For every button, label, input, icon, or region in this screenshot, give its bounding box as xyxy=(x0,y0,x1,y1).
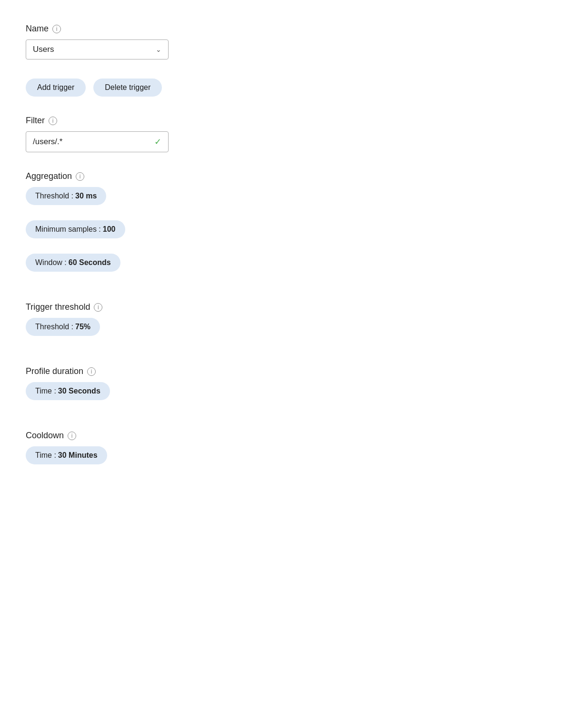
profile-duration-label: Profile duration xyxy=(26,366,83,376)
trigger-threshold-section: Trigger threshold i Threshold : 75% xyxy=(26,302,544,347)
cooldown-badge: Time : 30 Minutes xyxy=(26,446,107,464)
trigger-threshold-prefix: Threshold : xyxy=(35,323,73,331)
cooldown-section: Cooldown i Time : 30 Minutes xyxy=(26,431,544,476)
trigger-buttons-row: Add trigger Delete trigger xyxy=(26,79,544,97)
filter-info-icon[interactable]: i xyxy=(49,117,57,125)
filter-label: Filter xyxy=(26,116,45,126)
delete-trigger-button[interactable]: Delete trigger xyxy=(93,79,162,97)
profile-duration-label-row: Profile duration i xyxy=(26,366,544,376)
trigger-threshold-label-row: Trigger threshold i xyxy=(26,302,544,312)
add-trigger-button[interactable]: Add trigger xyxy=(26,79,86,97)
cooldown-info-icon[interactable]: i xyxy=(68,432,76,440)
filter-input[interactable] xyxy=(33,137,150,147)
aggregation-min-samples-badge: Minimum samples : 100 xyxy=(26,220,125,238)
aggregation-label: Aggregation xyxy=(26,171,72,181)
aggregation-info-icon[interactable]: i xyxy=(76,172,84,181)
profile-duration-time-prefix: Time : xyxy=(35,387,56,395)
chevron-down-icon: ⌄ xyxy=(156,46,161,53)
cooldown-time-value: 30 Minutes xyxy=(58,451,98,460)
trigger-threshold-label: Trigger threshold xyxy=(26,302,90,312)
trigger-threshold-value: 75% xyxy=(75,323,90,331)
name-dropdown[interactable]: Users ⌄ xyxy=(26,39,169,59)
name-info-icon[interactable]: i xyxy=(52,25,61,33)
name-label-row: Name i xyxy=(26,24,544,34)
cooldown-label: Cooldown xyxy=(26,431,64,441)
filter-section: Filter i ✓ xyxy=(26,116,544,152)
cooldown-time-prefix: Time : xyxy=(35,451,56,460)
check-icon: ✓ xyxy=(154,137,161,147)
aggregation-label-row: Aggregation i xyxy=(26,171,544,181)
trigger-threshold-badge: Threshold : 75% xyxy=(26,318,100,336)
profile-duration-section: Profile duration i Time : 30 Seconds xyxy=(26,366,544,412)
filter-input-wrapper: ✓ xyxy=(26,131,169,152)
aggregation-window-subsection: Window : 60 Seconds xyxy=(26,254,544,283)
filter-label-row: Filter i xyxy=(26,116,544,126)
trigger-threshold-info-icon[interactable]: i xyxy=(94,303,102,312)
aggregation-window-badge: Window : 60 Seconds xyxy=(26,254,120,272)
aggregation-threshold-value: 30 ms xyxy=(75,192,97,200)
aggregation-window-prefix: Window : xyxy=(35,258,67,267)
aggregation-min-samples-value: 100 xyxy=(103,225,116,234)
aggregation-window-value: 60 Seconds xyxy=(69,258,111,267)
profile-duration-time-value: 30 Seconds xyxy=(58,387,100,395)
aggregation-min-samples-subsection: Minimum samples : 100 xyxy=(26,220,544,250)
cooldown-label-row: Cooldown i xyxy=(26,431,544,441)
aggregation-section: Aggregation i Threshold : 30 ms Minimum … xyxy=(26,171,544,283)
name-dropdown-value: Users xyxy=(33,45,54,54)
aggregation-min-samples-prefix: Minimum samples : xyxy=(35,225,101,234)
aggregation-threshold-badge: Threshold : 30 ms xyxy=(26,187,106,205)
profile-duration-info-icon[interactable]: i xyxy=(87,367,96,376)
aggregation-threshold-prefix: Threshold : xyxy=(35,192,73,200)
name-section: Name i Users ⌄ xyxy=(26,24,544,59)
aggregation-threshold-subsection: Threshold : 30 ms xyxy=(26,187,544,216)
profile-duration-badge: Time : 30 Seconds xyxy=(26,382,110,400)
name-label: Name xyxy=(26,24,49,34)
